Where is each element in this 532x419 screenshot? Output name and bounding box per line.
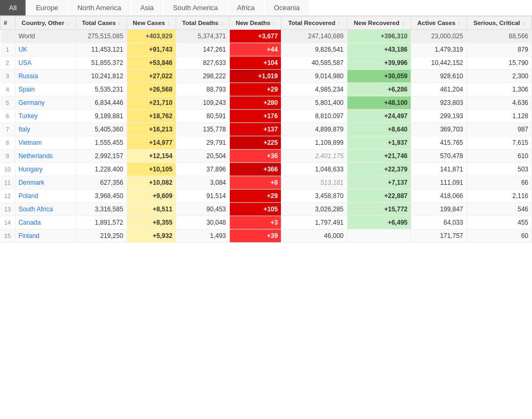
row-serious: 1,306	[467, 83, 531, 96]
table-row: 15 Finland 219,250 +5,932 1,493 +39 46,0…	[1, 229, 532, 243]
row-new-recovered: +24,497	[347, 110, 411, 123]
row-total-deaths: 109,243	[176, 96, 230, 110]
row-new-cases: +21,710	[127, 96, 176, 110]
row-total-recovered: 4,985,234	[281, 83, 347, 96]
sort-icon-total-cases: ↕	[117, 21, 121, 26]
col-header-active-cases[interactable]: Active Cases ↕	[411, 17, 467, 30]
row-new-deaths: +39	[229, 229, 281, 243]
country-link[interactable]: Italy	[19, 126, 30, 133]
row-new-recovered: +39,996	[347, 56, 411, 70]
row-new-recovered: +48,100	[347, 96, 411, 110]
row-total-deaths: 827,633	[176, 56, 230, 70]
row-serious: 546	[467, 203, 531, 216]
row-total-recovered: 3,458,870	[281, 190, 347, 203]
row-new-recovered	[347, 229, 411, 243]
sort-icon-total-deaths: ↕	[220, 21, 223, 26]
table-row: 9 Netherlands 2,992,157 +12,154 20,504 +…	[1, 150, 532, 163]
nav-tab-europe[interactable]: Europe	[27, 0, 67, 15]
country-link[interactable]: Netherlands	[19, 152, 53, 160]
nav-tab-asia[interactable]: Asia	[131, 0, 163, 15]
country-link[interactable]: Finland	[19, 232, 39, 240]
row-serious: 987	[467, 123, 531, 136]
row-country: Vietnam	[15, 136, 76, 150]
nav-tab-africa[interactable]: Africa	[228, 0, 264, 15]
country-link[interactable]: Hungary	[19, 166, 43, 173]
row-total-deaths: 37,896	[176, 163, 230, 176]
row-new-deaths: +280	[229, 96, 281, 110]
row-num: 8	[1, 136, 15, 150]
country-link[interactable]: Turkey	[19, 112, 38, 120]
row-total-recovered: 8,810,097	[281, 110, 347, 123]
row-num: 15	[1, 229, 15, 243]
nav-tab-north-america[interactable]: North America	[68, 0, 130, 15]
row-num: 9	[1, 150, 15, 163]
row-new-cases: +8,511	[127, 203, 176, 216]
table-row: 14 Canada 1,891,572 +8,355 30,048 +3 1,7…	[1, 216, 532, 229]
nav-tab-all[interactable]: All	[0, 0, 26, 15]
country-link[interactable]: Spain	[19, 86, 35, 93]
row-new-recovered: +6,286	[347, 83, 411, 96]
row-num: 4	[1, 83, 15, 96]
row-serious: 879	[467, 43, 531, 56]
col-header-country[interactable]: Country, Other ↕	[15, 17, 76, 30]
row-new-cases: +53,846	[127, 56, 176, 70]
country-link[interactable]: Germany	[19, 99, 45, 106]
sort-icon-new-recovered: ↕	[401, 21, 404, 26]
row-active-cases: 141,871	[411, 163, 467, 176]
row-num: 5	[1, 96, 15, 110]
nav-tab-oceania[interactable]: Oceania	[265, 0, 309, 15]
col-header-total-recovered[interactable]: Total Recovered ↕	[281, 17, 347, 30]
row-serious: 610	[467, 150, 531, 163]
row-new-cases: +26,568	[127, 83, 176, 96]
row-serious: 66	[467, 176, 531, 190]
row-total-cases: 219,250	[76, 229, 127, 243]
row-total-cases: 3,968,450	[76, 190, 127, 203]
col-header-new-cases[interactable]: New Cases ↓	[127, 17, 176, 30]
col-header-new-deaths[interactable]: New Deaths ↕	[229, 17, 281, 30]
country-link[interactable]: Canada	[19, 219, 41, 226]
row-total-deaths: 147,261	[176, 43, 230, 56]
nav-tab-south-america[interactable]: South America	[164, 0, 227, 15]
col-header-new-recovered[interactable]: New Recovered ↕	[347, 17, 411, 30]
row-total-deaths: 88,793	[176, 83, 230, 96]
country-link[interactable]: Russia	[19, 72, 38, 80]
row-new-deaths: +176	[229, 110, 281, 123]
country-link[interactable]: South Africa	[19, 206, 53, 213]
row-new-cases: +27,022	[127, 70, 176, 83]
col-header-serious[interactable]: Serious, Critical ↕	[467, 17, 531, 30]
row-active-cases: 923,803	[411, 96, 467, 110]
col-header-total-deaths[interactable]: Total Deaths ↕	[176, 17, 230, 30]
row-total-recovered: 4,899,879	[281, 123, 347, 136]
row-new-cases: +14,977	[127, 136, 176, 150]
row-new-recovered: +21,746	[347, 150, 411, 163]
table-row: 2 USA 51,855,372 +53,846 827,633 +104 40…	[1, 56, 532, 70]
country-link[interactable]: Vietnam	[19, 139, 42, 146]
world-serious: 88,566	[467, 30, 531, 43]
row-new-recovered: +7,137	[347, 176, 411, 190]
row-serious: 15,790	[467, 56, 531, 70]
country-link[interactable]: Poland	[19, 192, 38, 200]
world-new-recovered: +396,310	[347, 30, 411, 43]
row-new-recovered: +30,059	[347, 70, 411, 83]
row-total-cases: 9,189,881	[76, 110, 127, 123]
row-total-recovered: 1,048,633	[281, 163, 347, 176]
row-total-recovered: 9,826,541	[281, 43, 347, 56]
country-link[interactable]: UK	[19, 46, 28, 53]
row-serious: 2,300	[467, 70, 531, 83]
country-link[interactable]: Denmark	[19, 179, 45, 186]
row-new-cases: +10,082	[127, 176, 176, 190]
row-total-cases: 51,855,372	[76, 56, 127, 70]
row-num: 13	[1, 203, 15, 216]
row-active-cases: 928,610	[411, 70, 467, 83]
row-serious: 2,116	[467, 190, 531, 203]
row-total-recovered: 40,585,587	[281, 56, 347, 70]
row-total-deaths: 29,791	[176, 136, 230, 150]
row-total-cases: 6,834,446	[76, 96, 127, 110]
country-link[interactable]: USA	[19, 59, 32, 67]
row-total-cases: 2,992,157	[76, 150, 127, 163]
row-new-cases: +8,355	[127, 216, 176, 229]
col-header-total-cases[interactable]: Total Cases ↕	[76, 17, 127, 30]
row-country: Hungary	[15, 163, 76, 176]
row-total-recovered: 46,000	[281, 229, 347, 243]
row-active-cases: 111,091	[411, 176, 467, 190]
